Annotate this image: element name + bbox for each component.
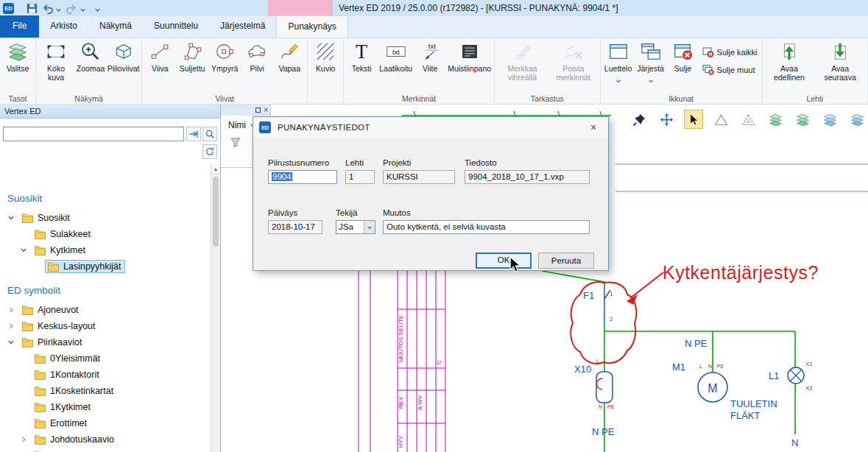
tab-punakynays[interactable]: Punakynäys: [276, 15, 347, 38]
chevron-right-icon[interactable]: [7, 306, 18, 314]
tree-item-1kytkimet[interactable]: 1Kytkimet: [0, 399, 211, 415]
label-npe-m1: N PE: [685, 338, 708, 349]
ribbon-button-ympyra[interactable]: Ympyrä: [208, 39, 241, 93]
ribbon-button-teksti[interactable]: TTeksti: [345, 39, 378, 93]
dialog-titlebar[interactable]: ED PUNAKYNÄYSTIEDOT ×: [253, 117, 608, 138]
ribbon-button-viiva[interactable]: Viiva: [144, 39, 176, 93]
redo-icon: [66, 2, 78, 15]
chevron-down-icon[interactable]: [20, 247, 30, 254]
scroll-up-arrow[interactable]: ▲: [211, 163, 220, 174]
ribbon-button-valitse[interactable]: Valitse: [1, 39, 34, 93]
layers-tool-3-icon[interactable]: [820, 110, 839, 129]
undo-dropdown-icon[interactable]: [55, 7, 62, 13]
tree-item-piirikaaviot[interactable]: Piirikaaviot: [0, 334, 211, 350]
component-label-f1: F1: [583, 290, 594, 301]
tree-item-label: 1Kontaktorit: [50, 370, 99, 380]
tree-item-kytkimet[interactable]: Kytkimet: [0, 242, 211, 258]
save-icon[interactable]: [26, 2, 38, 15]
tree-item-johtimet-ja-kaapelit[interactable]: Johtimet ja kaapelit: [0, 448, 211, 452]
redline-cloud: [571, 282, 636, 364]
cancel-button[interactable]: Peruuta: [538, 253, 594, 269]
connector-symbol: [596, 372, 613, 403]
ribbon-button-vapaa[interactable]: Vapaa: [273, 39, 306, 93]
dialog-close-icon[interactable]: ×: [585, 121, 602, 133]
tiedosto-field[interactable]: 9904_2018_10_17_1.vxp: [465, 170, 590, 184]
ribbon-button-koko-kuva[interactable]: Koko kuva: [38, 39, 74, 93]
tree-item-ajoneuvot[interactable]: Ajoneuvot: [0, 302, 211, 318]
panel-close-button[interactable]: ×: [264, 107, 268, 114]
piirustusnumero-field[interactable]: 9904: [268, 170, 337, 184]
muutos-field[interactable]: Outo kytkentä, ei selviä kuvasta: [383, 220, 590, 234]
ribbon-button-jarjesta[interactable]: Järjestä: [635, 39, 667, 93]
tree-item-erottimet[interactable]: Erottimet: [0, 415, 211, 431]
chevron-down-icon[interactable]: [7, 339, 18, 346]
tree-item-keskus-layout[interactable]: Keskus-layout: [0, 318, 211, 334]
ribbon-button-sulje-kaikki[interactable]: Sulje kaikki: [702, 46, 758, 58]
search-input[interactable]: [3, 127, 184, 141]
triangle-tool-icon[interactable]: [711, 110, 730, 129]
tree-item-1kontaktorit[interactable]: 1Kontaktorit: [0, 367, 211, 383]
tab-file[interactable]: File: [0, 15, 39, 38]
ribbon-button-laatikoitu[interactable]: txtLaatikoitu: [378, 39, 414, 93]
tab-jarjestelma[interactable]: Järjestelmä: [209, 15, 276, 38]
txtbox-icon: txt: [385, 40, 407, 63]
layers-tool-4-icon[interactable]: [847, 110, 867, 129]
projekti-field[interactable]: KURSSI: [383, 170, 455, 184]
ribbon-button-piiloviivat[interactable]: Piiloviivat: [107, 39, 140, 93]
filter-icon[interactable]: [230, 136, 241, 148]
ribbon-button-label: Suljettu: [180, 64, 205, 73]
tree-item-sulakkeet[interactable]: Sulakkeet: [0, 226, 211, 242]
pan-icon[interactable]: [657, 110, 676, 129]
ribbon-button-luettelo[interactable]: Luettelo: [602, 39, 635, 93]
ribbon-button-sulje-muut[interactable]: Sulje muut: [702, 64, 758, 76]
tab-suunnittelu[interactable]: Suunnittelu: [143, 15, 209, 38]
chevron-down-icon[interactable]: [7, 214, 18, 222]
search-go-button[interactable]: [186, 127, 201, 141]
scrollbar-thumb[interactable]: [213, 177, 219, 247]
tree-item-0yleisimmat[interactable]: 0Yleisimmät: [0, 350, 211, 367]
ribbon-button-avaa-seuraava[interactable]: Avaa seuraava: [814, 39, 866, 93]
label-lehti: Lehti: [345, 158, 364, 167]
polygon-icon: [181, 40, 203, 63]
redline-annotation-text: Kytkentäjärjestys?: [663, 262, 819, 283]
tab-nakyma[interactable]: Näkymä: [88, 15, 143, 38]
undo-icon[interactable]: [41, 2, 54, 15]
ribbon-button-zoomaa[interactable]: Zoomaa: [74, 39, 107, 93]
ribbon-button-suljettu[interactable]: Suljettu: [176, 39, 208, 93]
lehti-field[interactable]: 1: [345, 170, 375, 184]
tree-item-suosikit[interactable]: Suosikit: [0, 210, 211, 226]
chevron-down-icon[interactable]: [364, 221, 375, 233]
ribbon-button-sulje[interactable]: Sulje: [667, 39, 699, 93]
ribbon-button-viite[interactable]: txtViite: [414, 39, 446, 93]
tab-bar: FileArkistoNäkymäSuunnitteluJärjestelmäP…: [0, 16, 868, 38]
tekija-combo[interactable]: JSa: [336, 220, 375, 234]
refresh-button[interactable]: [202, 144, 217, 159]
frame-text: C: [436, 360, 442, 364]
ribbon-button-avaa-edellinen[interactable]: Avaa edellinen: [764, 39, 815, 93]
ok-button[interactable]: OK: [476, 253, 532, 269]
layers-tool-icon[interactable]: [766, 110, 785, 129]
panel-maximize-button[interactable]: [255, 107, 261, 113]
ribbon-button-muistiinpano[interactable]: Muistiinpano: [446, 39, 493, 93]
pin-icon[interactable]: [629, 110, 649, 129]
hatched-triangle-tool-icon[interactable]: [738, 110, 758, 129]
tree-item-1kosketinkartat[interactable]: 1Kosketinkartat: [0, 383, 211, 399]
ribbon-button-kuvio[interactable]: Kuvio: [309, 39, 342, 93]
tab-arkisto[interactable]: Arkisto: [39, 15, 88, 38]
chevron-right-icon[interactable]: [7, 322, 18, 330]
paivays-field[interactable]: 2018-10-17: [268, 220, 322, 234]
fuse-pin-2: 2: [610, 316, 613, 322]
tree-item-johdotuskaavio[interactable]: Johdotuskaavio: [0, 431, 211, 448]
select-cursor-icon[interactable]: [684, 110, 703, 129]
motor-letter: M: [708, 382, 717, 395]
chevron-right-icon[interactable]: [20, 436, 30, 443]
layers-tool-2-icon[interactable]: [793, 110, 812, 129]
quick-access-customize-icon[interactable]: [94, 7, 101, 13]
ribbon-button-pilvi[interactable]: Pilvi: [241, 39, 273, 93]
tree-item-lasinpyyhkijat[interactable]: Lasinpyyhkijät: [0, 258, 211, 275]
redo-dropdown-icon[interactable]: [80, 7, 86, 13]
search-icon[interactable]: [202, 127, 217, 141]
fuse-pin-1: 1: [610, 291, 613, 297]
sidebar-scrollbar[interactable]: ▲: [211, 163, 220, 452]
chevron-spacer: [20, 403, 30, 411]
